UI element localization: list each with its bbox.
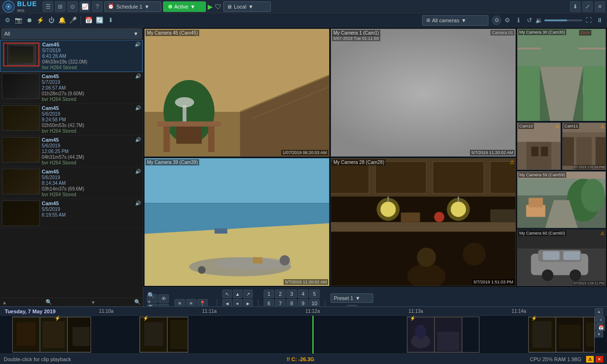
cameras-dropdown[interactable]: ⊞ All cameras ▼	[422, 15, 488, 26]
menu-icon[interactable]: ☰	[43, 1, 53, 12]
tl-scroll-up[interactable]: ▲	[595, 308, 603, 315]
clip-info: Cam45 5/5/2019 6:19:55 AM	[42, 200, 133, 218]
cam45-cell[interactable]: My Camera 45 (Cam45) 1/07/2019 06:20:03 …	[144, 28, 330, 157]
clip-volume-icon: 🔊	[135, 200, 141, 206]
clip-name: Cam45	[42, 200, 133, 206]
alarm-icon[interactable]: 🔔	[57, 16, 67, 25]
clip-item[interactable]: Cam45 5/6/2019 8:14:34 AM 03h14m37s (69.…	[0, 167, 143, 199]
cam28-cell[interactable]: My Camera 28 (Cam28) ⚠ 5/7/2019 1:51:03 …	[331, 158, 516, 286]
svg-rect-102	[533, 321, 552, 348]
reload-icon[interactable]: ↺	[524, 16, 534, 25]
cam1-id: Camera 01	[490, 30, 515, 36]
scroll-up-icon[interactable]: ▲	[2, 300, 7, 305]
active-button[interactable]: Active ▼	[163, 1, 206, 12]
clip-thumbnail	[2, 169, 40, 194]
camera-grid: My Camera 45 (Cam45) 1/07/2019 06:20:03 …	[143, 27, 607, 287]
storage-warning: !! C: -26.3G	[286, 356, 314, 362]
preset-dropdown[interactable]: Preset 1 ▼	[331, 293, 373, 303]
schedule-dropdown[interactable]: ⏰ Schedule 1 ▼	[104, 1, 161, 12]
tl-cam-list[interactable]: ≡	[597, 317, 605, 323]
cam60-cell[interactable]: My Camera 60 (Cam60) ⚠ 5/7/2019 1:04:11 …	[517, 229, 606, 287]
zoom-out-icon[interactable]: 🔍	[134, 299, 141, 305]
tl-calendar[interactable]: 📅	[597, 324, 605, 331]
help-icon[interactable]: ?	[92, 1, 102, 12]
num-1[interactable]: 1	[264, 290, 274, 298]
clip-info: Cam45 5/6/2019 8:14:34 AM 03h14m37s (69.…	[42, 169, 133, 197]
warning-badge[interactable]: ⚠	[586, 356, 594, 363]
clip-time: 2:06:57 AM	[42, 85, 133, 91]
svg-marker-104	[559, 325, 580, 348]
record-icon[interactable]: ⏺	[25, 16, 34, 25]
num-5[interactable]: 5	[309, 290, 320, 298]
ptz-up[interactable]: ▲	[233, 290, 242, 298]
time-label-1: 11:10a	[99, 309, 114, 314]
filter-dropdown[interactable]: All ▼	[1, 28, 142, 39]
cameras-icon[interactable]: ⊞	[55, 1, 65, 12]
chart-icon[interactable]: 📈	[80, 1, 90, 12]
timeline-tracks[interactable]: ≡ 📅 ⚡ ⚡ ⚡ ⚡	[0, 316, 607, 354]
download-button[interactable]: ⬇	[570, 1, 580, 12]
clip-time: 6:41:26 AM	[42, 54, 133, 59]
calendar-icon[interactable]: 📅	[84, 16, 93, 25]
tl-right-controls: ≡ 📅	[597, 317, 605, 331]
schedule-icon: ⏰	[108, 3, 114, 9]
target-icon[interactable]: ⊙	[492, 16, 501, 25]
play-button[interactable]: ▶	[208, 3, 213, 10]
clip-item[interactable]: Cam45 5/7/2019 2:06:57 AM 01h28m27s (9.6…	[0, 72, 143, 104]
cam1-cell[interactable]: My Camera 1 (Cam1) 5/07-2019 Tue 01:11:5…	[331, 28, 516, 157]
cam59-cell[interactable]: My Camera 59 (Cam59)	[517, 171, 606, 228]
cpu-info: CPU 25% RAM 1.98G	[530, 356, 581, 362]
zoom-search-icon[interactable]: 🔍	[46, 299, 52, 305]
shield-button[interactable]: 🛡	[215, 3, 221, 10]
clip-item[interactable]: Cam45 5/6/2019 12:06:25 PM 04h31m57s (44…	[0, 136, 143, 167]
clip-info: Cam45 5/7/2019 6:41:26 AM 04h33m19s (322…	[42, 42, 133, 70]
cam39-cell[interactable]: My Camera 39 (Cam39) 5/7/2019 11:20:02 A…	[144, 158, 330, 286]
info-icon[interactable]: ℹ	[514, 16, 523, 25]
tl-segment[interactable]	[407, 317, 480, 353]
cam10-cell[interactable]: Cam10 ⚠	[517, 122, 561, 170]
cam30-cell[interactable]: My Camera 30 (Cam30) Error	[517, 28, 606, 121]
cam11-cell[interactable]: Cam11 ⚠ 5/7-2019 1:51:03 PM	[562, 122, 606, 170]
num-2[interactable]: 2	[275, 290, 285, 298]
cam1-datetime: 5/07-2019 Tue 01:11:59	[332, 36, 380, 41]
clip-item[interactable]: Cam45 5/7/2019 6:41:26 AM 04h33m19s (322…	[0, 40, 143, 72]
clock-icon[interactable]: ⊙	[67, 1, 78, 12]
topbar-close-button[interactable]: ✕	[595, 1, 605, 12]
local-dropdown[interactable]: 🖥 Local ▼	[223, 1, 271, 12]
flash-icon[interactable]: ⚡	[36, 16, 45, 25]
scroll-down-icon[interactable]: ▼	[91, 300, 96, 305]
zoom-in-button[interactable]: 🔍+	[147, 294, 157, 303]
svg-rect-31	[331, 162, 369, 193]
tl-segment[interactable]	[528, 317, 595, 353]
svg-point-47	[434, 212, 444, 222]
clip-thumbnail	[2, 73, 40, 99]
tl-segment[interactable]	[12, 317, 91, 353]
power-icon[interactable]: ⏻	[46, 16, 56, 25]
download2-icon[interactable]: ⬇	[106, 16, 115, 25]
fullscreen-icon[interactable]: ⛶	[584, 16, 593, 25]
tl-thumb	[40, 317, 68, 352]
clip-codec: bvr H264 Stored	[42, 128, 133, 134]
clip-name: Cam45	[42, 169, 133, 174]
num-4[interactable]: 4	[298, 290, 308, 298]
volume-slider[interactable]	[544, 19, 582, 21]
tl-thumb	[556, 317, 584, 352]
clip-item[interactable]: Cam45 5/6/2019 9:24:58 PM 02h50m53s (42.…	[0, 104, 143, 136]
clip-item[interactable]: Cam45 5/5/2019 6:19:55 AM 🔊	[0, 199, 143, 228]
num-3[interactable]: 3	[286, 290, 297, 298]
error-badge[interactable]: ✕	[596, 356, 603, 363]
ptz-up-right[interactable]: ↗	[243, 290, 253, 298]
filter-label: All	[4, 31, 10, 36]
expand-button[interactable]: ⤢	[582, 1, 593, 12]
volume-icon[interactable]: 🔉	[535, 17, 543, 24]
pause-icon[interactable]: ⏸	[595, 16, 604, 25]
view-icon[interactable]: 👁	[158, 294, 169, 303]
settings-icon[interactable]: ⚙	[3, 16, 12, 25]
camera-capture-icon[interactable]: 📷	[14, 16, 23, 25]
ptz-up-left[interactable]: ↖	[222, 290, 232, 298]
refresh-icon2[interactable]: 🔄	[95, 16, 104, 25]
mic-icon[interactable]: 🎤	[68, 16, 78, 25]
tl-segment[interactable]	[139, 317, 188, 353]
clip-list[interactable]: Cam45 5/7/2019 6:41:26 AM 04h33m19s (322…	[0, 40, 143, 298]
gear-icon[interactable]: ⚙	[503, 16, 512, 25]
